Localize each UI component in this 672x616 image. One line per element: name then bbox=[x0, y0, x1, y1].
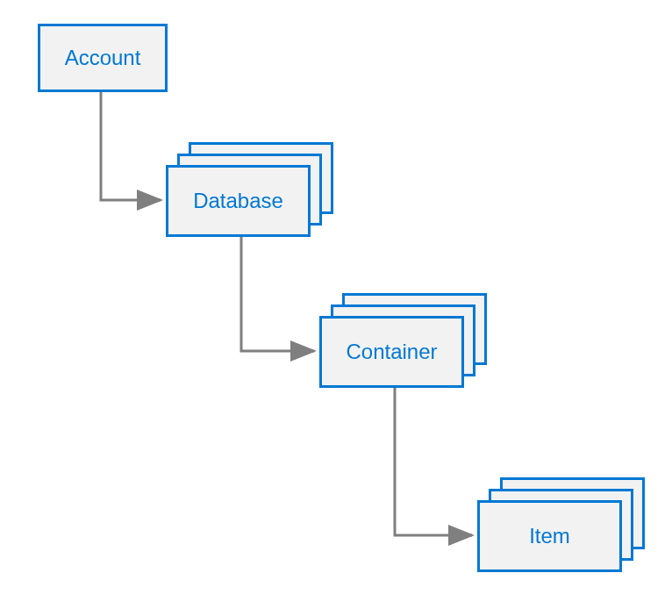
node-container: Container bbox=[319, 316, 464, 388]
node-item-label: Item bbox=[529, 524, 570, 548]
node-account: Account bbox=[38, 24, 168, 92]
node-item: Item bbox=[477, 500, 622, 572]
node-account-label: Account bbox=[65, 46, 141, 70]
node-database: Database bbox=[166, 165, 311, 237]
node-database-label: Database bbox=[193, 189, 283, 213]
node-container-label: Container bbox=[346, 340, 437, 364]
